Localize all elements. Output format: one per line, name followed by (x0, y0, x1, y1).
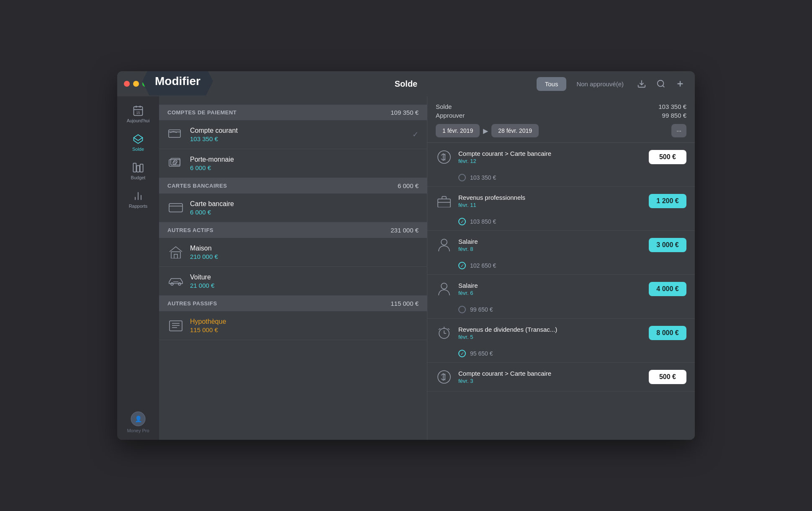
sidebar-label-solde: Solde (132, 147, 144, 152)
account-maison[interactable]: Maison 210 000 € (159, 238, 427, 267)
transaction-name-t1: Compte courant > Carte bancaire (458, 150, 643, 157)
date-range: 1 févr. 2019 ▶ 28 févr. 2019 ··· (436, 124, 686, 137)
account-check-courant: ✓ (412, 130, 419, 139)
section-comptes-paiement: COMPTES DE PAIEMENT 109 350 € (159, 105, 427, 120)
status-dot-t5[interactable] (458, 350, 466, 357)
transaction-info-t5: Revenus de dividendes (Transac...) févr.… (458, 326, 643, 340)
sub-balance-t2: 103 850 € (470, 218, 496, 225)
tous-button[interactable]: Tous (537, 77, 567, 91)
svg-point-37 (441, 239, 447, 245)
transaction-name-t6: Compte courant > Carte bancaire (458, 370, 643, 377)
sidebar-bottom-moneypro[interactable]: 👤 Money Pro (127, 411, 149, 440)
calendar-icon: 15 (132, 105, 144, 116)
section-title-passifs: AUTRES PASSIFS (167, 300, 217, 307)
account-voiture[interactable]: Voiture 21 000 € (159, 267, 427, 296)
transaction-date-t3: févr. 8 (458, 246, 643, 252)
date-from-label: 1 févr. 2019 (442, 127, 473, 134)
date-from-button[interactable]: 1 févr. 2019 (436, 124, 480, 137)
person-icon-t4 (436, 281, 452, 297)
svg-rect-10 (133, 163, 136, 172)
transaction-main-t1: Compte courant > Carte bancaire févr. 12… (427, 143, 695, 171)
svg-rect-12 (140, 164, 143, 172)
transaction-t3[interactable]: Salaire févr. 8 3 000 € 102 650 € (427, 231, 695, 275)
status-dot-t4[interactable] (458, 306, 466, 313)
account-info-porte: Porte-monnaie 6 000 € (190, 156, 419, 171)
transaction-t6[interactable]: Compte courant > Carte bancaire févr. 3 … (427, 363, 695, 392)
transaction-main-t5: Revenus de dividendes (Transac...) févr.… (427, 319, 695, 347)
status-dot-t1[interactable] (458, 174, 466, 181)
transaction-t1[interactable]: Compte courant > Carte bancaire févr. 12… (427, 143, 695, 187)
svg-rect-21 (169, 204, 182, 212)
approuver-label: Approuver (436, 112, 465, 119)
sub-balance-t4: 99 650 € (470, 306, 493, 313)
transaction-amount-t6: 500 € (649, 370, 686, 384)
transaction-amount-t4: 4 000 € (649, 282, 686, 296)
transfer-icon (436, 149, 452, 165)
transaction-amount-t5: 8 000 € (649, 326, 686, 340)
status-dot-t2[interactable] (458, 218, 466, 225)
car-icon (167, 273, 184, 289)
section-title-cartes: CARTES BANCAIRES (167, 183, 227, 189)
add-button[interactable] (672, 76, 688, 92)
section-amount-actifs: 231 000 € (391, 227, 419, 234)
transaction-t2[interactable]: Revenus professionnels févr. 11 1 200 € … (427, 187, 695, 231)
solde-amount: 103 350 € (658, 103, 686, 110)
moneypro-label: Money Pro (127, 428, 149, 433)
account-carte-bancaire[interactable]: Carte bancaire 6 000 € (159, 194, 427, 222)
svg-point-25 (171, 283, 173, 285)
titlebar-actions: Tous Non approuvé(e) (537, 76, 688, 92)
date-more-button[interactable]: ··· (671, 124, 686, 137)
status-dot-t3[interactable] (458, 262, 466, 269)
transaction-name-t5: Revenus de dividendes (Transac...) (458, 326, 643, 333)
account-compte-courant[interactable]: Compte courant 103 350 € ✓ (159, 120, 427, 149)
account-amount-voiture: 21 000 € (190, 282, 419, 289)
app-window: Modifier Solde Tous Non approuvé(e) (117, 71, 695, 440)
transaction-name-t2: Revenus professionnels (458, 194, 643, 201)
section-title-actifs: AUTRES ACTIFS (167, 227, 213, 233)
modifier-badge[interactable]: Modifier (142, 71, 213, 95)
bank-card-icon (167, 126, 184, 143)
account-amount-porte: 6 000 € (190, 164, 419, 171)
sidebar-item-rapports[interactable]: Rapports (120, 186, 157, 213)
account-info-courant: Compte courant 103 350 € (190, 127, 406, 142)
close-button[interactable] (124, 81, 130, 87)
transaction-main-t2: Revenus professionnels févr. 11 1 200 € (427, 187, 695, 215)
transaction-date-t1: févr. 12 (458, 158, 643, 164)
transaction-name-t3: Salaire (458, 238, 643, 245)
mortgage-icon (167, 317, 184, 334)
sidebar-label-budget: Budget (131, 175, 146, 180)
account-amount-hypotheque: 115 000 € (190, 326, 419, 333)
search-button[interactable] (653, 76, 669, 92)
briefcase-icon (436, 193, 452, 209)
approuver-row: Approuver 99 850 € (436, 112, 686, 119)
account-name-voiture: Voiture (190, 274, 419, 281)
house-icon (167, 244, 184, 261)
download-button[interactable] (634, 76, 650, 92)
date-to-button[interactable]: 28 févr. 2019 (491, 124, 539, 137)
sidebar-item-budget[interactable]: Budget (120, 157, 157, 184)
solde-row: Solde 103 350 € (436, 103, 686, 110)
transaction-name-t4: Salaire (458, 282, 643, 289)
titlebar: Modifier Solde Tous Non approuvé(e) (117, 71, 695, 96)
section-autres-actifs: AUTRES ACTIFS 231 000 € (159, 222, 427, 238)
transaction-sub-t5: 95 650 € (427, 347, 695, 362)
rapports-icon (132, 190, 144, 202)
transaction-amount-t2: 1 200 € (649, 194, 686, 208)
account-porte-monnaie[interactable]: Porte-monnaie 6 000 € (159, 149, 427, 178)
account-name-maison: Maison (190, 245, 419, 252)
account-name-carte: Carte bancaire (190, 200, 419, 208)
account-info-carte: Carte bancaire 6 000 € (190, 200, 419, 216)
sidebar-item-today[interactable]: 15 Aujourd'hui (120, 101, 157, 127)
sidebar-item-solde[interactable]: Solde (120, 129, 157, 156)
svg-text:👤: 👤 (134, 416, 142, 423)
transaction-main-t4: Salaire févr. 6 4 000 € (427, 275, 695, 303)
minimize-button[interactable] (133, 81, 139, 87)
transaction-info-t3: Salaire févr. 8 (458, 238, 643, 252)
account-hypotheque[interactable]: Hypothèque 115 000 € (159, 311, 427, 340)
transaction-date-t2: févr. 11 (458, 202, 643, 208)
non-approuve-button[interactable]: Non approuvé(e) (570, 77, 630, 91)
transaction-t4[interactable]: Salaire févr. 6 4 000 € 99 650 € (427, 275, 695, 319)
sidebar-label-today: Aujourd'hui (127, 118, 150, 123)
transaction-t5[interactable]: Revenus de dividendes (Transac...) févr.… (427, 319, 695, 363)
date-arrow-icon: ▶ (483, 127, 488, 135)
